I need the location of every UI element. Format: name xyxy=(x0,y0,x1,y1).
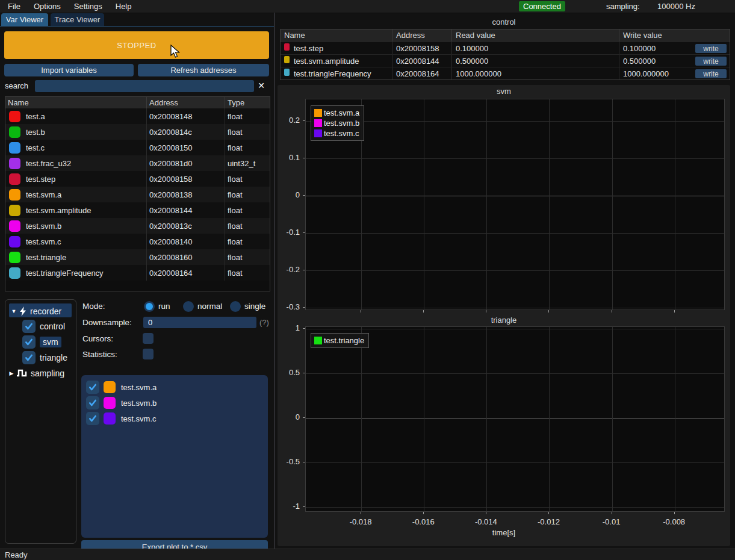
table-row[interactable]: test.svm.a0x20008138float xyxy=(5,187,270,202)
variable-color-swatch[interactable] xyxy=(9,111,20,122)
legend[interactable]: test.triangle xyxy=(311,333,369,348)
tree-item-recorder[interactable]: ▼recorder xyxy=(5,305,75,318)
downsample-input[interactable] xyxy=(143,317,256,328)
table-row[interactable]: test.step0x20008158float xyxy=(5,171,270,187)
tree-item-svm[interactable]: svm xyxy=(5,335,75,349)
variable-color-swatch[interactable] xyxy=(9,236,20,247)
gridline xyxy=(486,99,487,310)
signal-color-swatch[interactable] xyxy=(104,397,116,409)
menu-item-settings[interactable]: Settings xyxy=(69,2,110,11)
plot-area[interactable]: test.triangle xyxy=(305,326,725,512)
signal-checkbox[interactable] xyxy=(86,396,99,409)
variable-color-swatch[interactable] xyxy=(9,189,20,201)
column-header[interactable]: Write value xyxy=(619,30,730,42)
import-variables-button[interactable]: Import variables xyxy=(4,64,134,76)
table-row[interactable]: test.b0x2000814cfloat xyxy=(5,124,270,140)
plot-area[interactable]: test.svm.atest.svm.btest.svm.c xyxy=(305,99,725,310)
search-input[interactable] xyxy=(35,80,254,92)
write-value-input[interactable]: 0.100000 xyxy=(623,44,656,53)
legend[interactable]: test.svm.atest.svm.btest.svm.c xyxy=(311,105,364,141)
variable-name: test.svm.a xyxy=(26,190,61,199)
waveform-icon xyxy=(16,368,28,379)
table-row[interactable]: test.triangleFrequency0x20008164float xyxy=(5,265,270,281)
statistics-checkbox[interactable] xyxy=(143,349,154,359)
variable-color-swatch[interactable] xyxy=(9,252,20,263)
variable-color-swatch[interactable] xyxy=(9,158,20,169)
variable-color-swatch[interactable] xyxy=(9,220,20,232)
y-tick-mark xyxy=(303,506,305,507)
mode-label: Mode: xyxy=(82,302,105,311)
tab-trace-viewer[interactable]: Trace Viewer xyxy=(51,13,104,26)
signal-checkbox[interactable] xyxy=(86,412,99,425)
table-row[interactable]: test.svm.amplitude0x20008144float xyxy=(5,202,270,218)
sampling-value: 100000 Hz xyxy=(657,2,695,11)
clear-search-icon[interactable]: ✕ xyxy=(256,81,266,90)
column-header[interactable]: Type xyxy=(225,97,268,108)
tree-checkbox-svm[interactable] xyxy=(22,335,36,349)
variable-color-swatch[interactable] xyxy=(9,173,20,185)
write-button[interactable]: write xyxy=(695,57,727,66)
cursors-checkbox[interactable] xyxy=(143,333,154,344)
legend-entry[interactable]: test.svm.a xyxy=(314,108,359,118)
chevron-down-icon[interactable]: ▼ xyxy=(10,308,17,314)
chevron-right-icon[interactable]: ▶ xyxy=(8,370,15,376)
tree-checkbox-control[interactable] xyxy=(22,320,36,333)
mode-radio-normal[interactable] xyxy=(183,301,194,312)
tab-var-viewer[interactable]: Var Viewer xyxy=(1,13,48,26)
variable-name: test.triangleFrequency xyxy=(26,269,104,278)
variable-name: test.c xyxy=(26,143,45,152)
table-row[interactable]: test.svm.c0x20008140float xyxy=(5,234,270,249)
tree-checkbox-triangle[interactable] xyxy=(22,351,36,364)
x-tick-mark xyxy=(548,310,549,313)
variable-type: float xyxy=(225,218,268,234)
y-tick-label: 0.5 xyxy=(278,368,300,377)
column-header[interactable]: Address xyxy=(392,30,452,42)
menu-item-options[interactable]: Options xyxy=(28,2,69,11)
signal-name: test.svm.a xyxy=(121,383,157,392)
table-row[interactable]: test.c0x20008150float xyxy=(5,140,270,155)
tree-item-control[interactable]: control xyxy=(5,320,75,333)
column-header[interactable]: Read value xyxy=(452,30,619,42)
legend-entry[interactable]: test.triangle xyxy=(314,335,364,346)
write-button[interactable]: write xyxy=(695,69,727,78)
mode-radio-single[interactable] xyxy=(230,301,241,312)
variable-table-header: NameAddressType xyxy=(5,97,270,108)
tree-item-sampling[interactable]: ▶sampling xyxy=(5,367,75,380)
mode-radio-run[interactable] xyxy=(144,301,155,312)
x-tick-mark xyxy=(361,310,361,313)
signal-checkbox[interactable] xyxy=(86,381,99,394)
y-tick-mark xyxy=(303,232,305,233)
y-tick-mark xyxy=(303,270,305,270)
y-tick-mark xyxy=(303,462,305,462)
signal-color-swatch[interactable] xyxy=(104,381,116,393)
variable-color-swatch[interactable] xyxy=(9,205,20,216)
write-value-input[interactable]: 0.500000 xyxy=(623,57,656,66)
table-row[interactable]: test.triangle0x20008160float xyxy=(5,249,270,265)
gridline xyxy=(612,99,613,310)
panel-divider[interactable] xyxy=(274,13,275,549)
table-row[interactable]: test.frac_u320x200081d0uint32_t xyxy=(5,155,270,171)
variable-color-swatch[interactable] xyxy=(9,142,20,154)
gridline xyxy=(361,327,362,511)
column-header[interactable]: Name xyxy=(281,30,392,42)
column-header[interactable]: Name xyxy=(5,97,147,108)
write-value-input[interactable]: 1000.000000 xyxy=(623,69,669,78)
menu-item-file[interactable]: File xyxy=(2,2,28,11)
y-tick-label: 0 xyxy=(278,190,300,199)
acquisition-state-button[interactable]: STOPPED xyxy=(4,31,269,59)
legend-entry[interactable]: test.svm.b xyxy=(314,118,359,128)
variable-color-swatch xyxy=(284,43,290,51)
signal-list-panel: test.svm.atest.svm.btest.svm.c xyxy=(81,375,268,538)
write-button[interactable]: write xyxy=(695,44,727,53)
column-header[interactable]: Address xyxy=(147,97,225,108)
refresh-addresses-button[interactable]: Refresh addresses xyxy=(138,64,269,76)
variable-color-swatch[interactable] xyxy=(9,267,20,279)
signal-color-swatch[interactable] xyxy=(104,412,116,425)
table-row[interactable]: test.svm.b0x2000813cfloat xyxy=(5,218,270,234)
tree-item-triangle[interactable]: triangle xyxy=(5,351,75,364)
legend-entry[interactable]: test.svm.c xyxy=(314,128,359,138)
table-row[interactable]: test.a0x20008148float xyxy=(5,108,270,124)
menu-item-help[interactable]: Help xyxy=(110,2,140,11)
variable-name: test.svm.c xyxy=(26,237,61,246)
variable-color-swatch[interactable] xyxy=(9,126,20,138)
